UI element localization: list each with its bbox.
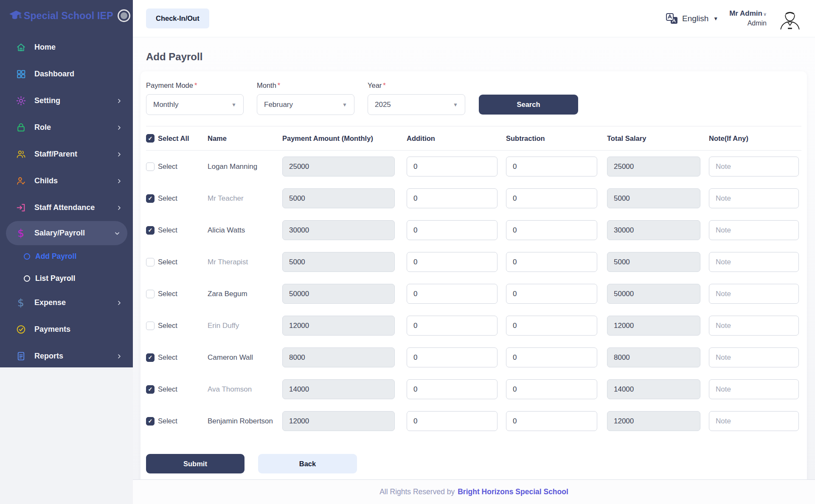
gear-icon [15,95,26,106]
payment-amount-input[interactable] [282,411,395,431]
back-button[interactable]: Back [258,454,357,473]
sidebar-item-role[interactable]: Role [0,114,133,141]
row-select-checkbox[interactable] [146,258,155,266]
row-select-checkbox[interactable] [146,194,155,203]
subtraction-input[interactable] [506,220,597,240]
note-input[interactable] [709,347,799,367]
subtraction-input[interactable] [506,157,597,176]
sidebar-item-staff-parent[interactable]: Staff/Parent [0,141,133,168]
avatar[interactable] [778,6,802,31]
addition-input[interactable] [407,379,497,399]
note-input[interactable] [709,316,799,336]
sidebar-item-home[interactable]: Home [0,34,133,61]
total-salary-input[interactable] [607,411,700,431]
row-select-checkbox[interactable] [146,322,155,330]
subtraction-input[interactable] [506,379,597,399]
note-input[interactable] [709,379,799,399]
sidebar-item-expense[interactable]: $ Expense [0,289,133,316]
payment-amount-input[interactable] [282,157,395,176]
table-header: Select All Name Payment Amount (Monthly)… [146,126,801,151]
subtraction-input[interactable] [506,316,597,336]
row-select-checkbox[interactable] [146,290,155,298]
payment-mode-label: Payment Mode* [146,81,244,90]
row-select-label: Select [158,162,177,171]
total-salary-input[interactable] [607,379,700,399]
total-salary-input[interactable] [607,316,700,336]
required-asterisk: * [383,81,385,89]
addition-input[interactable] [407,157,497,176]
sidebar-item-setting[interactable]: Setting [0,87,133,114]
subtraction-input[interactable] [506,347,597,367]
addition-input[interactable] [407,284,497,304]
month-select[interactable]: February▼ [257,94,354,115]
payment-amount-input[interactable] [282,188,395,208]
addition-input[interactable] [407,411,497,431]
addition-input[interactable] [407,188,497,208]
sidebar-item-dashboard[interactable]: Dashboard [0,61,133,87]
submit-button[interactable]: Submit [146,454,244,473]
user-menu[interactable]: Mr Admin∨ Admin [729,9,767,28]
subtraction-input[interactable] [506,188,597,208]
main-area: Add Payroll Payment Mode* Monthly▼ Month… [133,37,815,479]
sidebar-item-staff-attendance[interactable]: Staff Attendance [0,194,133,221]
addition-input[interactable] [407,252,497,272]
addition-input[interactable] [407,220,497,240]
sidebar-item-salary-payroll[interactable]: $ Salary/Payroll [6,221,127,245]
sidebar-item-reports[interactable]: Reports [0,343,133,370]
sidebar-subitem-add-payroll[interactable]: Add Payroll [0,245,133,267]
note-header: Note(If Any) [709,134,801,143]
filters-row: Payment Mode* Monthly▼ Month* February▼ … [146,81,801,115]
chevron-right-icon [116,151,123,158]
total-salary-input[interactable] [607,252,700,272]
sidebar-collapse-toggle[interactable] [118,9,130,22]
total-salary-input[interactable] [607,284,700,304]
note-input[interactable] [709,284,799,304]
language-selector[interactable]: English ▼ [666,13,718,25]
note-input[interactable] [709,252,799,272]
chevron-down-icon [114,230,121,237]
table-row: Select Ava Thomson [146,373,801,405]
row-select-checkbox[interactable] [146,226,155,235]
payment-mode-select[interactable]: Monthly▼ [146,94,244,115]
footer-rights-text: All Rights Reserved by [379,487,455,496]
sidebar-subitem-list-payroll[interactable]: List Payroll [0,267,133,289]
payment-amount-input[interactable] [282,316,395,336]
addition-input[interactable] [407,347,497,367]
subtraction-input[interactable] [506,411,597,431]
total-salary-input[interactable] [607,220,700,240]
note-input[interactable] [709,220,799,240]
row-select-label: Select [158,226,177,234]
row-select-checkbox[interactable] [146,417,155,426]
row-select-checkbox[interactable] [146,385,155,394]
note-input[interactable] [709,411,799,431]
total-salary-input[interactable] [607,188,700,208]
row-select-checkbox[interactable] [146,353,155,362]
check-in-out-button[interactable]: Check-In/Out [146,8,209,28]
year-select[interactable]: 2025▼ [368,94,465,115]
table-body: Select Logan Manning Select Mr Teacher S… [146,151,801,437]
login-icon [15,202,26,213]
payment-amount-input[interactable] [282,347,395,367]
footer-brand-link[interactable]: Bright Horizons Special School [458,487,568,496]
addition-input[interactable] [407,316,497,336]
note-input[interactable] [709,157,799,176]
note-input[interactable] [709,188,799,208]
select-all-checkbox[interactable] [146,134,155,143]
sidebar-item-payments[interactable]: Payments [0,316,133,343]
payment-amount-input[interactable] [282,220,395,240]
search-button[interactable]: Search [479,95,578,115]
year-label: Year* [368,81,465,90]
subtraction-input[interactable] [506,252,597,272]
row-select-checkbox[interactable] [146,162,155,171]
total-salary-input[interactable] [607,347,700,367]
chevron-right-icon [116,300,123,306]
topbar: Check-In/Out English ▼ Mr Admin∨ Admin [133,0,815,37]
sidebar-item-childs[interactable]: Childs [0,168,133,194]
payment-amount-input[interactable] [282,284,395,304]
total-salary-input[interactable] [607,157,700,176]
payroll-card: Payment Mode* Monthly▼ Month* February▼ … [141,71,807,486]
table-row: Select Mr Therapist [146,246,801,278]
subtraction-input[interactable] [506,284,597,304]
payment-amount-input[interactable] [282,379,395,399]
payment-amount-input[interactable] [282,252,395,272]
